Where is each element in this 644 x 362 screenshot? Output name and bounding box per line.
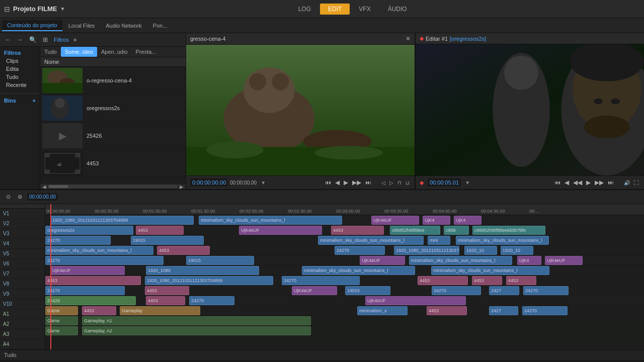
tl-clip[interactable]: 1920_10 [464,246,497,255]
tl-clip[interactable]: Game [45,316,78,325]
tl-clip[interactable]: minimalism_sky_clouds_sun_mountains_l [302,266,415,275]
tl-clip[interactable]: Gameplay, A1 [82,316,311,325]
bins-plus[interactable]: + [33,98,36,104]
tl-clip[interactable]: UjK4eUF [545,256,583,265]
tl-clip[interactable]: 4453 [136,226,184,235]
back-btn[interactable]: ← [3,35,13,44]
tl-clip[interactable]: UjK4 [517,256,541,265]
horizontal-scrollbar[interactable]: ◀ ▶ [40,184,186,189]
tl-clip[interactable]: UjK4eUF [360,256,405,265]
tl-clip[interactable]: UjK4eUF [365,296,466,305]
editor-fullscreen[interactable]: ⛶ [633,179,640,187]
clip-row[interactable]: oregressos2s [40,95,186,122]
tl-clip[interactable]: 19015 [345,286,390,295]
source-video-frame[interactable] [186,45,415,175]
scroll-left-btn[interactable]: ◀ [42,184,46,190]
editor-play-back[interactable]: ◀◀ [572,178,583,187]
tl-clip[interactable]: c86852f48f88ee [390,226,440,235]
filter-edita[interactable]: Edita [0,65,40,73]
tl-clip[interactable]: minimalism_s [357,306,408,315]
source-mark-out[interactable]: ⊔ [405,179,411,187]
tl-clip[interactable]: 4453 [472,276,502,285]
tl-clip[interactable]: 1920_1080_20121031121303704899 [50,216,194,225]
tl-clip[interactable]: 24270 [335,246,385,255]
tl-clip[interactable]: 4453 [418,276,468,285]
editor-skip-end[interactable]: ⏭ [607,178,615,187]
source-out-point[interactable]: ▷ [388,179,394,187]
forward-btn[interactable]: → [15,35,25,44]
tl-clip[interactable]: minimalism_sky_clouds_sun_mountains_l [431,266,549,275]
tl-clip[interactable]: UjK4 [454,216,481,225]
source-mark-in[interactable]: ⊓ [396,179,403,187]
sub-tab-presta[interactable]: Presta... [132,47,160,57]
tl-clip[interactable]: 2427 [489,286,519,295]
source-skip-end[interactable]: ⏭ [364,178,372,187]
editor-video-frame[interactable] [416,44,644,175]
tl-clip[interactable]: 4453 [146,296,185,305]
editor-step-back[interactable]: ◀ [564,178,570,187]
tl-clip[interactable]: 25426 [45,296,136,305]
tl-clip[interactable]: UjK4eUF [239,226,322,235]
tl-lock-btn[interactable]: ⊚ [16,193,24,201]
filter-clips[interactable]: Clips [0,57,40,65]
tl-clip[interactable]: 24270 [45,236,111,245]
tl-clip[interactable]: 4453 [506,276,536,285]
tl-clip[interactable]: Gameplay, A2 [82,326,311,335]
tl-clip[interactable]: minimalism_sky_clouds_sun_mountains_l [318,236,424,245]
editor-skip-start[interactable]: ⏮ [553,178,561,187]
clip-row[interactable]: o-regresso-cena-4 [40,67,186,95]
filter-plus-btn[interactable]: + [73,36,77,44]
dropdown-arrow[interactable]: ▼ [60,6,65,12]
scroll-right-btn[interactable]: ▶ [180,184,184,190]
tab-audio-network[interactable]: Audio Network [101,21,147,31]
home-icon[interactable]: ⊟ [4,5,10,13]
source-play-back[interactable]: ◀ [334,178,341,187]
tl-clip[interactable]: oregressos2s [45,226,133,235]
nav-log[interactable]: LOG [290,4,319,15]
sub-tab-tudo[interactable]: Tudo [40,47,61,57]
tl-clip[interactable]: Game [45,306,78,315]
sub-tab-video[interactable]: Some..ídeo [61,47,97,57]
nav-edit[interactable]: EDIT [320,4,350,15]
tl-clip[interactable]: 19015 [131,236,204,245]
tl-clip[interactable]: 1920_1080_20121031121303704 [394,246,459,255]
editor-audio-btn[interactable]: 🔊 [623,179,631,187]
tl-clip[interactable]: 24270 [522,306,568,315]
tl-clip[interactable]: 4453 [331,226,384,235]
tl-clip[interactable]: minimalism_sky_clouds_sun_mountains_l [45,246,153,255]
tl-snap-btn[interactable]: ⊙ [4,193,13,201]
source-in-point[interactable]: ◁ [380,179,386,187]
tl-clip[interactable]: 24270 [523,286,569,295]
tl-clip[interactable]: 1920_1080 [146,266,259,275]
tl-clip[interactable]: Game [45,326,78,335]
nav-audio[interactable]: ÁUDIO [380,4,415,15]
tab-local-files[interactable]: Local Files [63,21,100,31]
tl-clip[interactable]: 24270 [282,276,360,285]
tl-clip[interactable]: 4453 [82,306,116,315]
source-play-fwd[interactable]: ▶▶ [351,178,362,187]
grid-btn[interactable]: ⊞ [41,35,50,44]
nav-vfx[interactable]: VFX [351,4,378,15]
tl-clip[interactable]: c868 [444,226,469,235]
tl-clip[interactable]: 1920_1080_20121031121303704899 [145,276,273,285]
tab-pon[interactable]: Pon... [148,21,173,31]
scroll-thumb[interactable] [48,185,68,188]
tl-clip[interactable]: UjK4eUF [371,216,419,225]
filter-recente[interactable]: Recente [0,81,40,89]
source-close-btn[interactable]: ✕ [406,35,411,42]
tl-clip[interactable]: 4453 [157,246,210,255]
tl-clip[interactable]: c86852f48f88ee660b7bfe [472,226,545,235]
source-play[interactable]: ▶ [343,178,349,187]
tl-clip[interactable]: 24270 [45,256,164,265]
editor-play[interactable]: ▶ [585,178,592,187]
tab-project-content[interactable]: Conteúdo do projeto [2,20,62,31]
clip-row[interactable]: 🏙 4453 [40,150,186,177]
clip-row[interactable]: ▶ 25426 [40,122,186,150]
tl-clip[interactable]: 4453 [427,306,467,315]
tl-clip[interactable]: minimalism_sky_clouds_sun_mountains_l [199,216,342,225]
tl-clip[interactable]: UjK4eUF [50,266,125,275]
source-skip-start[interactable]: ⏮ [324,178,332,187]
tl-clip[interactable]: mini [428,236,450,245]
tl-clip[interactable]: 24270 [432,286,481,295]
search-btn[interactable]: 🔍 [27,35,39,44]
